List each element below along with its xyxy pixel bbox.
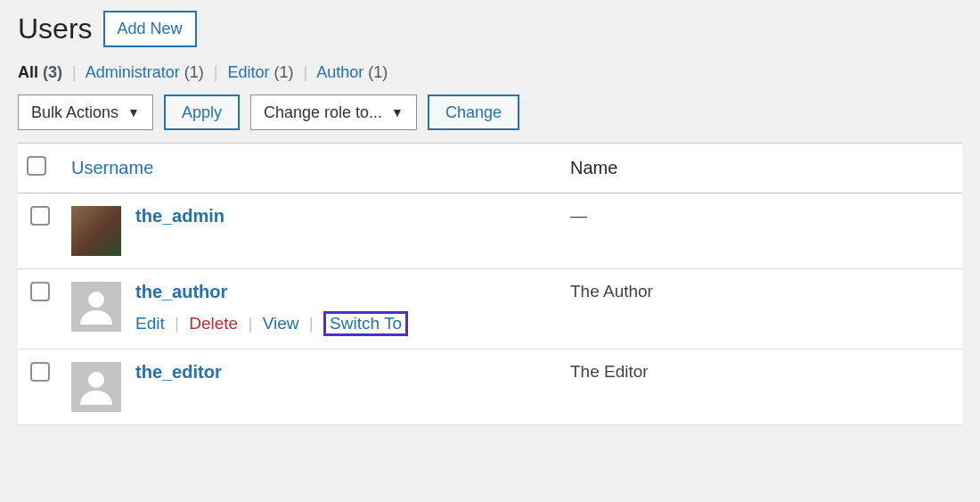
row-checkbox[interactable] <box>30 282 50 301</box>
name-cell: The Editor <box>561 350 962 425</box>
change-role-select[interactable]: Change role to... ▼ <box>250 95 417 130</box>
row-actions: Edit | Delete | View | Switch To <box>135 311 408 336</box>
switch-to-link[interactable]: Switch To <box>330 314 402 333</box>
delete-link[interactable]: Delete <box>189 314 238 333</box>
svg-point-0 <box>88 292 104 308</box>
chevron-down-icon: ▼ <box>391 105 404 119</box>
name-cell: The Author <box>561 269 962 350</box>
avatar <box>71 362 121 412</box>
change-button[interactable]: Change <box>428 95 519 130</box>
view-link[interactable]: View <box>263 314 299 333</box>
avatar <box>71 206 121 256</box>
filter-all[interactable]: All (3) <box>18 63 67 81</box>
username-link[interactable]: the_admin <box>135 206 225 226</box>
select-all-checkbox[interactable] <box>27 156 46 176</box>
switch-to-highlight: Switch To <box>323 311 408 336</box>
filter-editor[interactable]: Editor (1) <box>228 63 298 81</box>
username-link[interactable]: the_editor <box>135 362 222 382</box>
column-username[interactable]: Username <box>62 144 561 193</box>
username-link[interactable]: the_author <box>135 282 227 301</box>
filter-administrator[interactable]: Administrator (1) <box>86 63 208 81</box>
row-checkbox[interactable] <box>30 206 50 226</box>
bulk-actions-select[interactable]: Bulk Actions ▼ <box>18 95 153 130</box>
svg-point-1 <box>88 372 104 388</box>
column-name: Name <box>561 144 962 193</box>
row-checkbox[interactable] <box>30 362 50 382</box>
table-row: the_author Edit | Delete | View | Switch… <box>18 269 962 350</box>
table-row: the_admin — <box>18 193 962 269</box>
edit-link[interactable]: Edit <box>135 314 165 333</box>
filter-author[interactable]: Author (1) <box>316 63 388 81</box>
avatar <box>71 282 121 332</box>
apply-button[interactable]: Apply <box>164 95 240 130</box>
page-title: Users <box>18 12 93 45</box>
role-filters: All (3) | Administrator (1) | Editor (1)… <box>18 63 962 82</box>
table-row: the_editor The Editor <box>18 350 962 425</box>
add-new-button[interactable]: Add New <box>103 11 197 47</box>
name-cell: — <box>561 193 962 269</box>
chevron-down-icon: ▼ <box>127 105 140 119</box>
